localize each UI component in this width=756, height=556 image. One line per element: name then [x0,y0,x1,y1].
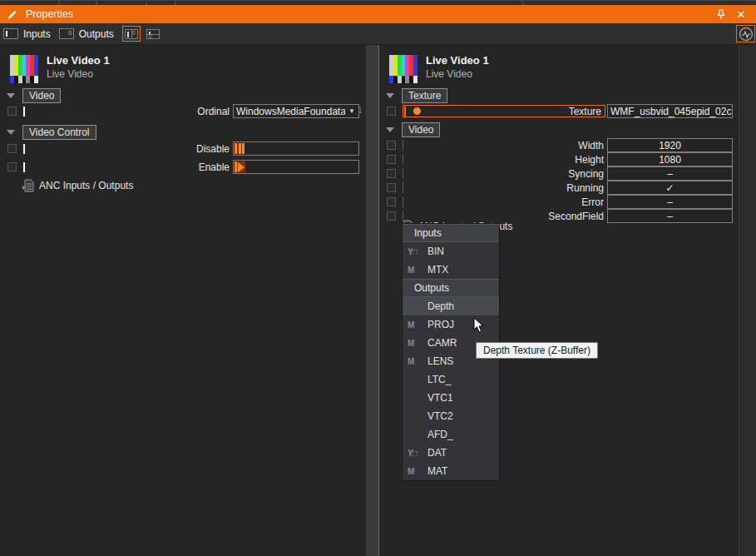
panel-title: Properties [26,8,73,20]
split-vertical-button[interactable]: 0 [122,26,141,42]
section-video-right: Video [386,122,440,137]
ordinal-dropdown[interactable]: WindowsMediaFoundata... ▼ [233,104,359,118]
menu-item-label: AFD_ [427,429,453,440]
tab-inputs[interactable]: Inputs [3,28,51,40]
texture-value: WMF_usbvid_045epid_02c... [608,106,732,117]
running-field[interactable]: ✓ [607,181,733,195]
width-field[interactable]: 1920 [607,138,733,152]
matrix-icon: M [403,467,427,476]
secondfield-checkbox[interactable] [387,211,396,221]
row-grip [23,144,25,154]
disable-field[interactable] [233,141,359,156]
running-label: Running [407,182,607,194]
width-checkbox[interactable] [387,141,396,150]
running-checkbox[interactable] [387,183,396,192]
enable-field[interactable] [233,160,359,174]
menu-item-afd[interactable]: AFD_ [403,425,499,444]
collapse-triangle-icon[interactable] [386,93,394,98]
tab-outputs[interactable]: 0 Outputs [59,28,114,40]
color-bars-icon [389,55,418,83]
width-label: Width [407,140,607,151]
section-video-right-chip[interactable]: Video [402,122,440,137]
device-title: Live Video 1 [426,54,489,67]
row-grip [404,107,406,117]
split-horizontal-button[interactable]: 0 [144,26,162,42]
syncing-value: – [667,168,673,180]
menu-item-label: BIN [427,246,444,257]
tooltip: Depth Texture (Z-Buffer) [476,342,598,359]
row-tick [403,154,403,165]
collapse-triangle-icon[interactable] [7,130,15,135]
anc-inputs-outputs-link[interactable]: ANC Inputs / Outputs [22,179,133,192]
syncing-field[interactable]: – [607,166,733,181]
menu-item-label: Depth [427,300,454,312]
height-label: Height [407,154,607,166]
menu-item-depth[interactable]: Depth [403,297,499,315]
matrix-icon: M [403,266,427,275]
ordinal-checkbox[interactable] [7,107,17,116]
texture-checkbox[interactable] [387,107,396,116]
section-video-control: Video Control [7,125,96,140]
titlebar: Properties ✕ [0,5,756,23]
tab-outputs-label: Outputs [79,28,114,40]
disable-checkbox[interactable] [7,144,17,153]
waveform-monitor-button[interactable] [736,25,755,42]
height-field[interactable]: 1080 [607,152,733,166]
menu-item-mat[interactable]: MMAT [403,462,499,480]
device-title: Live Video 1 [47,54,110,67]
close-icon[interactable]: ✕ [733,7,749,22]
menu-item-label: MAT [427,465,447,477]
left-properties-panel: Live Video 1 Live Video Video Ordinal Wi… [0,45,366,556]
matrix-icon: M [403,357,427,366]
height-row: Height 1080 [384,152,733,166]
error-field[interactable]: – [607,195,733,209]
height-value: 1080 [659,154,681,166]
play-icon [235,161,245,172]
menu-item-bin[interactable]: Y□BIN [403,242,499,261]
toolbar: Inputs 0 Outputs 0 0 [0,23,756,44]
texture-selected-row[interactable]: Texture [403,105,605,117]
menu-item-mtx[interactable]: MMTX [403,261,499,279]
section-video-control-chip[interactable]: Video Control [22,125,96,140]
ordinal-value: WindowsMediaFoundata... [234,106,345,117]
texture-label: Texture [421,106,605,117]
syncing-row: Syncing – [384,166,733,181]
section-video-chip[interactable]: Video [22,88,61,103]
y-texture-icon: Y□ [403,247,427,256]
menu-item-vtc1[interactable]: VTC1 [403,389,499,407]
secondfield-field[interactable]: – [607,209,733,223]
document-icon [22,179,34,192]
row-grip [23,107,25,117]
error-value: – [667,196,673,208]
menu-item-vtc2[interactable]: VTC2 [403,407,499,425]
ordinal-row: Ordinal WindowsMediaFoundata... ▼ [5,104,359,118]
texture-field[interactable]: WMF_usbvid_045epid_02c... [607,104,733,118]
menu-item-label: CAMR [427,337,457,349]
matrix-icon: M [403,339,427,348]
menu-group-inputs: Inputs [403,224,499,242]
error-row: Error – [384,195,733,209]
syncing-checkbox[interactable] [387,169,396,178]
waveform-icon [739,27,754,42]
collapse-triangle-icon[interactable] [7,93,15,98]
row-tick [403,196,403,207]
error-checkbox[interactable] [387,197,396,206]
pause-bars-icon [235,143,245,154]
menu-item-label: VTC1 [427,392,453,404]
menu-item-ltc[interactable]: LTC_ [403,370,499,389]
device-subtitle: Live Video [47,68,93,80]
menu-item-dat[interactable]: Y□DAT [403,444,499,462]
split-horizontal-icon: 0 [146,29,160,39]
pin-icon[interactable] [713,7,729,22]
enable-checkbox[interactable] [7,162,17,171]
collapse-triangle-icon[interactable] [386,127,394,132]
y-texture-icon: Y□ [403,449,427,458]
anc-link-label: ANC Inputs / Outputs [39,180,133,191]
width-row: Width 1920 [384,138,733,152]
device-subtitle: Live Video [426,68,472,80]
reset-arrow-icon[interactable]: ⤵ [358,105,363,115]
height-checkbox[interactable] [387,155,396,164]
menu-item-label: PROJ [427,319,454,330]
panel-splitter[interactable] [366,45,379,556]
section-texture-chip[interactable]: Texture [402,88,447,103]
